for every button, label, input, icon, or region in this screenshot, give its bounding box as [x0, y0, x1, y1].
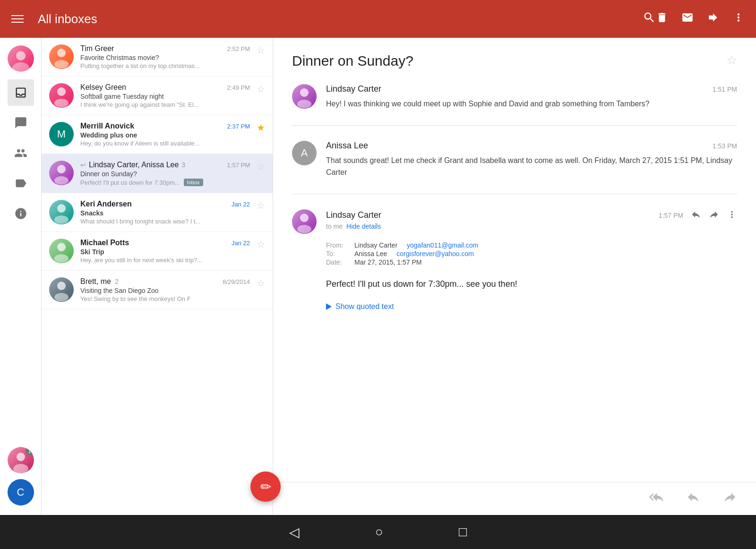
- email-detail-panel: Dinner on Sunday? ☆ Lindsay Carter 1:51 …: [273, 38, 756, 515]
- sidebar-bottom: 1 C: [8, 447, 34, 506]
- star-icon[interactable]: ★: [257, 122, 265, 133]
- thread-avatar: A: [292, 141, 317, 165]
- star-icon[interactable]: ☆: [257, 161, 265, 172]
- reply-avatar: [292, 209, 317, 234]
- star-button[interactable]: ☆: [726, 53, 737, 68]
- email-subject: Visiting the San Diego Zoo: [80, 287, 250, 294]
- email-item[interactable]: Michael Potts Jan 22 Ski Trip Hey, are y…: [42, 232, 273, 271]
- thread-message: A Anissa Lee 1:53 PM That sounds great! …: [292, 141, 737, 194]
- search-button[interactable]: [643, 11, 656, 27]
- sidebar-item-contacts[interactable]: [8, 140, 34, 166]
- reply-button-bottom[interactable]: [686, 490, 700, 507]
- email-preview: Hey, are you still in for next week's sk…: [80, 257, 232, 264]
- email-sender: Tim Greer: [80, 44, 114, 53]
- top-bar: All inboxes: [0, 0, 756, 38]
- mail-icon[interactable]: [681, 11, 694, 26]
- date-label: Date:: [326, 258, 349, 266]
- reply-time: 1:57 PM: [659, 212, 683, 219]
- user-avatar[interactable]: [8, 45, 34, 72]
- email-preview: I think we're going up against team "St.…: [80, 101, 232, 108]
- delete-icon[interactable]: [656, 11, 668, 26]
- from-name: Lindsay Carter: [354, 241, 397, 249]
- thread-content: Anissa Lee 1:53 PM That sounds great! Le…: [326, 141, 737, 179]
- email-content: Brett, me 2 8/29/2014 Visiting the San D…: [80, 277, 250, 302]
- email-content: ↩ Lindsay Carter, Anissa Lee 3 1:57 PM D…: [80, 161, 250, 186]
- reply-sender: Lindsay Carter: [326, 210, 381, 220]
- email-item[interactable]: Tim Greer 2:52 PM Favorite Christmas mov…: [42, 38, 273, 77]
- star-icon[interactable]: ☆: [257, 44, 265, 56]
- account-switcher-2[interactable]: C: [8, 479, 34, 506]
- email-time: 8/29/2014: [223, 278, 250, 285]
- forward-button-bottom[interactable]: [723, 490, 737, 507]
- home-button[interactable]: ○: [375, 524, 383, 540]
- email-item-selected[interactable]: ↩ Lindsay Carter, Anissa Lee 3 1:57 PM D…: [42, 154, 273, 193]
- sidebar-item-all-inboxes[interactable]: [8, 79, 34, 106]
- to-email[interactable]: corgisforever@yahoo.com: [396, 250, 474, 257]
- top-bar-actions: [656, 11, 745, 26]
- email-item[interactable]: Keri Andersen Jan 22 Snacks What should …: [42, 193, 273, 232]
- forward-icon[interactable]: [707, 11, 719, 26]
- back-button[interactable]: ◁: [289, 524, 300, 540]
- svg-point-3: [13, 464, 28, 473]
- from-email[interactable]: yogafan011@gmail.com: [407, 241, 478, 249]
- hide-details-link[interactable]: Hide details: [346, 223, 381, 230]
- more-options-button[interactable]: [727, 209, 737, 222]
- email-item[interactable]: Brett, me 2 8/29/2014 Visiting the San D…: [42, 271, 273, 309]
- to-name: Anissa Lee: [354, 250, 387, 257]
- email-sender: ↩ Lindsay Carter, Anissa Lee 3: [80, 161, 185, 169]
- email-time: 2:37 PM: [227, 123, 250, 130]
- main-content: 1 C Tim Greer 2:52 PM Favorite Christmas…: [0, 38, 756, 515]
- reply-all-button[interactable]: [649, 490, 663, 507]
- thread-message: Lindsay Carter 1:51 PM Hey! I was thinki…: [292, 84, 737, 126]
- svg-point-1: [12, 62, 29, 72]
- email-item[interactable]: M Merrill Anovick 2:37 PM Wedding plus o…: [42, 115, 273, 154]
- more-vert-icon[interactable]: [732, 11, 745, 26]
- sidebar-item-info[interactable]: [8, 200, 34, 227]
- email-subject: Wedding plus one: [80, 131, 250, 139]
- to-label: To:: [326, 250, 349, 257]
- star-icon[interactable]: ☆: [257, 83, 265, 94]
- email-preview: Hey, do you know if Aileen is still avai…: [80, 140, 232, 147]
- email-item[interactable]: Kelsey Green 2:49 PM Softball game Tuesd…: [42, 77, 273, 115]
- svg-point-13: [54, 254, 69, 263]
- svg-point-15: [54, 293, 69, 301]
- compose-fab[interactable]: ✏: [250, 472, 281, 502]
- account-switcher-1[interactable]: 1: [8, 447, 34, 473]
- email-sender: Brett, me 2: [80, 277, 119, 286]
- email-subject: Snacks: [80, 209, 250, 217]
- email-detail-title: Dinner on Sunday?: [292, 53, 413, 69]
- show-quoted-label: Show quoted text: [335, 302, 394, 311]
- show-quoted-button[interactable]: Show quoted text: [326, 302, 737, 311]
- svg-point-12: [57, 243, 66, 251]
- svg-point-10: [57, 204, 66, 213]
- email-meta: From: Lindsay Carter yogafan011@gmail.co…: [326, 241, 737, 266]
- recent-apps-button[interactable]: □: [459, 524, 467, 540]
- thread-sender: Lindsay Carter: [326, 84, 381, 94]
- svg-point-18: [300, 214, 309, 222]
- forward-button[interactable]: [709, 209, 719, 222]
- reply-indicator: ↩: [80, 161, 86, 169]
- reply-button[interactable]: [691, 209, 701, 222]
- sidebar-item-labels[interactable]: [8, 170, 34, 197]
- triangle-icon: [326, 303, 332, 310]
- date-value: Mar 27, 2015, 1:57 PM: [354, 258, 421, 266]
- menu-button[interactable]: [11, 15, 24, 23]
- reply-to-label: to me: [326, 223, 343, 230]
- email-subject: Ski Trip: [80, 248, 250, 256]
- svg-point-5: [54, 60, 69, 69]
- svg-point-16: [300, 88, 309, 97]
- email-sender: Kelsey Green: [80, 83, 126, 92]
- sender-avatar: [49, 44, 74, 69]
- thread-content: Lindsay Carter 1:51 PM Hey! I was thinki…: [326, 84, 737, 110]
- email-time: Jan 22: [232, 201, 250, 208]
- email-list: Tim Greer 2:52 PM Favorite Christmas mov…: [42, 38, 273, 515]
- star-icon[interactable]: ☆: [257, 200, 265, 211]
- sidebar-item-chat[interactable]: [8, 110, 34, 136]
- email-content: Kelsey Green 2:49 PM Softball game Tuesd…: [80, 83, 250, 108]
- email-time: 2:52 PM: [227, 45, 250, 52]
- email-subject: Softball game Tuesday night: [80, 93, 250, 100]
- inbox-badge: Inbox: [184, 179, 203, 186]
- email-time: Jan 22: [232, 240, 250, 247]
- star-icon[interactable]: ☆: [257, 239, 265, 250]
- star-icon[interactable]: ☆: [257, 277, 265, 289]
